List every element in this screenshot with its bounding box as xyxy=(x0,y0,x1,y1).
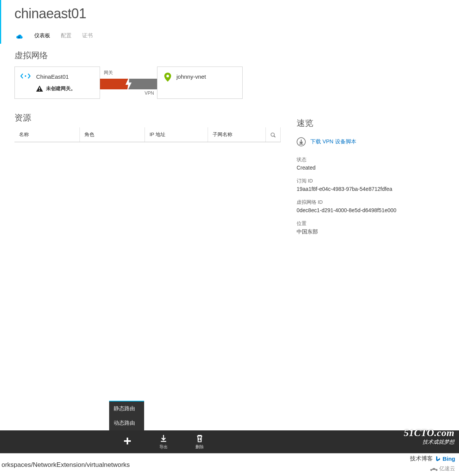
svg-point-4 xyxy=(271,133,274,136)
search-cell[interactable] xyxy=(265,127,280,142)
plus-icon xyxy=(123,437,132,445)
add-button[interactable] xyxy=(109,437,145,447)
svg-line-5 xyxy=(274,136,275,137)
delete-button[interactable]: 删除 xyxy=(181,434,218,450)
remote-network-name: johnny-vnet xyxy=(176,73,206,80)
tab-certificates[interactable]: 证书 xyxy=(82,32,93,39)
resources-section: 资源 名称 角色 IP 地址 子网名称 xyxy=(0,105,289,142)
warning-icon xyxy=(36,86,43,92)
tab-configure[interactable]: 配置 xyxy=(61,32,71,39)
routing-popup-menu: 静态路由 动态路由 xyxy=(109,401,144,430)
col-subnet[interactable]: 子网名称 xyxy=(208,127,265,142)
cloud-icon xyxy=(14,32,24,39)
subscription-id-value: 19aa1f8f-e04c-4983-97ba-54e8712fdfea xyxy=(297,186,403,192)
subscription-id-label: 订阅 ID xyxy=(297,178,403,184)
remote-network-card[interactable]: johnny-vnet xyxy=(157,67,243,99)
svg-rect-1 xyxy=(39,87,40,89)
download-link-text: 下载 VPN 设备脚本 xyxy=(310,138,356,145)
yisu-badge[interactable]: 亿速云 xyxy=(430,465,455,472)
lightning-icon xyxy=(124,76,133,92)
page-header: chinaeast01 xyxy=(0,0,459,25)
col-ip[interactable]: IP 地址 xyxy=(145,127,208,142)
trash-icon xyxy=(195,434,204,443)
network-diagram: ChinaEast01 未创建网关。 网关 VPN johnny-vnet xyxy=(0,67,459,105)
location-value: 中国东部 xyxy=(297,228,403,235)
yisu-text: 亿速云 xyxy=(439,465,455,472)
export-button[interactable]: 导出 xyxy=(145,434,181,450)
overview-panel: 速览 下载 VPN 设备脚本 状态 Created 订阅 ID 19aa1f8f… xyxy=(289,105,403,242)
svg-rect-2 xyxy=(39,90,40,91)
path-text: orkspaces/NetworkExtension/virtualnetwor… xyxy=(2,461,130,469)
bing-logo[interactable]: Bing xyxy=(435,455,455,462)
gateway-label-top: 网关 xyxy=(104,70,113,76)
menu-item-static-route[interactable]: 静态路由 xyxy=(109,401,144,416)
svg-point-3 xyxy=(167,75,169,78)
vnet-id-value: 0dec8ec1-d291-4000-8e5d-d6498f51e000 xyxy=(297,207,403,213)
blog-label: 技术博客 xyxy=(410,455,433,462)
bing-text: Bing xyxy=(443,455,455,462)
menu-item-dynamic-route[interactable]: 动态路由 xyxy=(109,416,144,430)
delete-label: 删除 xyxy=(195,444,204,450)
section-title-network: 虚拟网络 xyxy=(0,47,459,67)
watermark-main: 51CTO.com xyxy=(404,427,454,439)
resources-title: 资源 xyxy=(0,105,289,127)
col-name[interactable]: 名称 xyxy=(14,127,79,142)
svg-point-0 xyxy=(25,75,26,77)
export-label: 导出 xyxy=(159,444,168,450)
path-bar: orkspaces/NetworkExtension/virtualnetwor… xyxy=(0,453,459,476)
local-network-card[interactable]: ChinaEast01 未创建网关。 xyxy=(14,67,100,99)
watermark-51cto: 51CTO.com 技术成就梦想 xyxy=(404,427,454,446)
download-arrow-icon xyxy=(159,434,168,443)
col-role[interactable]: 角色 xyxy=(79,127,145,142)
download-icon xyxy=(297,137,306,146)
resources-table: 名称 角色 IP 地址 子网名称 xyxy=(14,127,281,142)
bottom-toolbar: 导出 删除 xyxy=(0,430,459,453)
watermark-sub: 技术成就梦想 xyxy=(404,439,454,446)
local-network-name: ChinaEast01 xyxy=(36,73,69,80)
status-value: Created xyxy=(297,165,403,171)
left-accent xyxy=(0,0,1,44)
overview-title: 速览 xyxy=(297,117,403,129)
gateway-connector: 网关 VPN xyxy=(100,67,157,99)
page-title: chinaeast01 xyxy=(14,6,459,22)
location-label: 位置 xyxy=(297,220,403,227)
svg-point-10 xyxy=(436,469,438,471)
map-pin-icon xyxy=(164,73,171,82)
svg-point-9 xyxy=(430,469,432,471)
gateway-warning-text: 未创建网关。 xyxy=(46,85,76,92)
network-icon xyxy=(20,73,31,81)
tab-dashboard[interactable]: 仪表板 xyxy=(34,32,50,39)
vpn-label: VPN xyxy=(145,90,154,96)
vnet-id-label: 虚拟网络 ID xyxy=(297,199,403,206)
status-label: 状态 xyxy=(297,156,403,163)
search-icon xyxy=(270,132,276,137)
download-vpn-script-link[interactable]: 下载 VPN 设备脚本 xyxy=(297,137,403,146)
tabs: 仪表板 配置 证书 xyxy=(0,25,459,47)
